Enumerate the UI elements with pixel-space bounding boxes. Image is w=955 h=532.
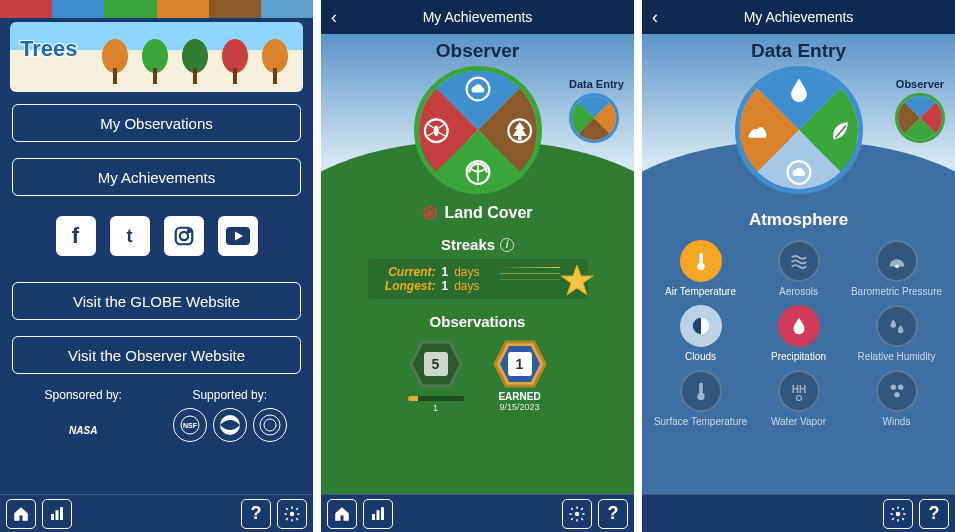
screen-data-entry: ‹ My Achievements Data Entry Observer At…: [642, 0, 955, 532]
bottom-nav: ?: [321, 494, 634, 532]
help-icon[interactable]: ?: [241, 499, 271, 529]
help-icon[interactable]: ?: [919, 499, 949, 529]
mini-wheel[interactable]: [559, 83, 630, 154]
sponsored-by-label: Sponsored by:: [10, 388, 157, 402]
chart-icon[interactable]: [363, 499, 393, 529]
observer-wheel[interactable]: [387, 39, 568, 220]
screen-observer: ‹ My Achievements Observer Data Entry La…: [321, 0, 634, 532]
svg-point-48: [894, 392, 900, 398]
selected-protocol-label: Land Cover: [422, 204, 532, 222]
sponsor-row: Sponsored by: NASA Supported by: NSF: [0, 382, 313, 452]
data-entry-wheel[interactable]: [708, 39, 889, 220]
header-title: My Achievements: [744, 9, 854, 25]
atmo-item-precipitation[interactable]: Precipitation: [752, 305, 846, 362]
visit-observer-button[interactable]: Visit the Observer Website: [12, 336, 301, 374]
settings-icon[interactable]: [883, 499, 913, 529]
mini-wheel-label: Data Entry: [569, 78, 624, 90]
header-bar: ‹ My Achievements: [642, 0, 955, 34]
header-bar: ‹ My Achievements: [321, 0, 634, 34]
atmo-item-barometric-pressure[interactable]: Barometric Pressure: [850, 240, 944, 297]
svg-text:O: O: [795, 393, 802, 401]
svg-rect-20: [56, 510, 59, 520]
top-decoration: [0, 0, 313, 18]
facebook-icon[interactable]: f: [56, 216, 96, 256]
atmo-item-relative-humidity[interactable]: Relative Humidity: [850, 305, 944, 362]
visit-globe-button[interactable]: Visit the GLOBE Website: [12, 282, 301, 320]
svg-rect-29: [427, 210, 433, 216]
badge-row: 5 1 1 EARNED 9/15/2023: [406, 340, 550, 413]
svg-point-39: [697, 263, 704, 270]
mini-wheel-label: Observer: [895, 78, 945, 90]
atmosphere-grid: Air TemperatureAerosolsBarometric Pressu…: [654, 240, 944, 427]
svg-point-36: [575, 511, 580, 516]
section-heading: Atmosphere: [749, 210, 848, 230]
supported-by-label: Supported by:: [157, 388, 304, 402]
back-icon[interactable]: ‹: [652, 7, 658, 28]
svg-rect-38: [699, 253, 703, 264]
badge-locked[interactable]: 5 1: [406, 340, 466, 413]
dos-logo: [253, 408, 287, 442]
atmo-item-air-temperature[interactable]: Air Temperature: [654, 240, 748, 297]
svg-point-46: [890, 385, 896, 391]
svg-point-49: [896, 511, 901, 516]
svg-point-11: [179, 232, 187, 240]
noaa-logo: [213, 408, 247, 442]
svg-point-12: [187, 230, 189, 232]
svg-point-22: [290, 511, 295, 516]
atmo-item-winds[interactable]: Winds: [850, 370, 944, 427]
observations-heading: Observations: [430, 313, 526, 330]
svg-point-0: [102, 39, 128, 73]
svg-rect-19: [51, 514, 54, 520]
svg-rect-34: [377, 510, 380, 520]
target-icon: [422, 205, 438, 221]
page-title: Data Entry: [751, 40, 846, 62]
svg-point-40: [895, 265, 899, 269]
settings-icon[interactable]: [562, 499, 592, 529]
svg-rect-9: [273, 68, 277, 84]
help-icon[interactable]: ?: [598, 499, 628, 529]
atmo-item-aerosols[interactable]: Aerosols: [752, 240, 846, 297]
svg-point-18: [264, 419, 276, 431]
header-title: My Achievements: [423, 9, 533, 25]
atmo-item-surface-temperature[interactable]: Surface Temperature: [654, 370, 748, 427]
svg-rect-35: [381, 507, 384, 520]
streaks-heading: Streaks i: [441, 236, 514, 253]
twitter-icon[interactable]: t: [110, 216, 150, 256]
back-icon[interactable]: ‹: [331, 7, 337, 28]
svg-point-6: [222, 39, 248, 73]
svg-point-47: [897, 385, 903, 391]
my-achievements-button[interactable]: My Achievements: [12, 158, 301, 196]
my-observations-button[interactable]: My Observations: [12, 104, 301, 142]
svg-rect-3: [153, 68, 157, 84]
nasa-logo: NASA: [57, 408, 109, 452]
social-row: f t: [0, 216, 313, 256]
star-icon: [560, 263, 594, 297]
settings-icon[interactable]: [277, 499, 307, 529]
badge-earned[interactable]: 1 EARNED 9/15/2023: [490, 340, 550, 413]
page-title: Observer: [436, 40, 519, 62]
screen-home: Trees My Observations My Achievements f …: [0, 0, 313, 532]
svg-rect-5: [193, 68, 197, 84]
svg-rect-42: [699, 383, 703, 394]
bottom-nav: ?: [0, 494, 313, 532]
svg-rect-7: [233, 68, 237, 84]
home-icon[interactable]: [6, 499, 36, 529]
trees-protocol-card[interactable]: Trees: [10, 22, 303, 92]
svg-rect-21: [60, 507, 63, 520]
mini-wheel[interactable]: [885, 83, 955, 154]
youtube-icon[interactable]: [218, 216, 258, 256]
svg-rect-1: [113, 68, 117, 84]
instagram-icon[interactable]: [164, 216, 204, 256]
info-icon[interactable]: i: [500, 238, 514, 252]
atmo-item-water-vapor[interactable]: HHOWater Vapor: [752, 370, 846, 427]
atmo-item-clouds[interactable]: Clouds: [654, 305, 748, 362]
bottom-nav: ?: [642, 494, 955, 532]
svg-point-2: [142, 39, 168, 73]
svg-rect-33: [372, 514, 375, 520]
svg-point-4: [182, 39, 208, 73]
chart-icon[interactable]: [42, 499, 72, 529]
home-icon[interactable]: [327, 499, 357, 529]
svg-point-43: [697, 393, 704, 400]
trees-label: Trees: [20, 36, 78, 62]
svg-text:NSF: NSF: [183, 422, 198, 429]
